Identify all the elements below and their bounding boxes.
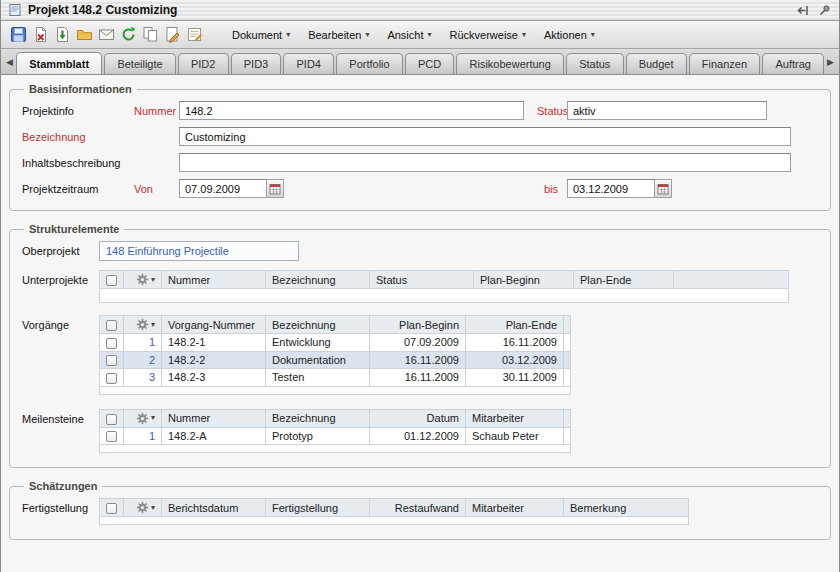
von-date-field[interactable] bbox=[179, 179, 267, 198]
menu-label: Aktionen bbox=[544, 29, 587, 41]
cell-plan-ende: 16.11.2009 bbox=[466, 334, 564, 352]
chevron-down-icon: ▾ bbox=[151, 276, 155, 284]
table-row: 2 148.2-2 Dokumentation 16.11.2009 03.12… bbox=[100, 351, 571, 369]
empty-row bbox=[100, 289, 789, 303]
gear-icon bbox=[136, 412, 149, 425]
oberprojekt-link[interactable]: 148 Einführung Projectile bbox=[99, 241, 299, 261]
unterprojekte-label: Unterprojekte bbox=[20, 270, 99, 286]
gear-icon bbox=[136, 273, 149, 286]
import-button[interactable] bbox=[51, 24, 73, 46]
tab-pcd[interactable]: PCD bbox=[405, 53, 455, 74]
dock-icon bbox=[796, 4, 809, 17]
mail-button[interactable] bbox=[95, 24, 117, 46]
window-icon bbox=[8, 3, 22, 17]
gear-menu-button[interactable]: ▾ bbox=[136, 318, 155, 331]
empty-row bbox=[100, 445, 571, 453]
gear-menu-button[interactable]: ▾ bbox=[136, 412, 155, 425]
bis-date-field[interactable] bbox=[567, 179, 655, 198]
strukturelemente-section: Strukturelemente Oberprojekt 148 Einführ… bbox=[9, 223, 831, 468]
schaetzungen-section: Schätzungen Fertigstellung ▾ Berichtsdat… bbox=[9, 480, 831, 540]
delete-button[interactable] bbox=[29, 24, 51, 46]
gear-icon bbox=[136, 318, 149, 331]
folder-button[interactable] bbox=[73, 24, 95, 46]
dock-window-button[interactable] bbox=[795, 3, 810, 18]
select-all-checkbox[interactable] bbox=[106, 414, 117, 425]
column-header: Plan-Ende bbox=[574, 271, 674, 289]
cell-nummer: 148.2-3 bbox=[162, 369, 266, 387]
von-calendar-button[interactable] bbox=[267, 179, 284, 198]
row-index-link[interactable]: 1 bbox=[149, 430, 155, 442]
row-checkbox[interactable] bbox=[106, 373, 117, 384]
window-title: Projekt 148.2 Customizing bbox=[28, 3, 177, 17]
select-all-checkbox[interactable] bbox=[106, 275, 117, 286]
tab-budget[interactable]: Budget bbox=[626, 53, 687, 74]
column-header: Mitarbeiter bbox=[466, 409, 564, 427]
tab-pid2[interactable]: PID2 bbox=[178, 53, 229, 74]
tab-stammblatt[interactable]: Stammblatt bbox=[16, 52, 102, 74]
tab-auftrag[interactable]: Auftrag bbox=[762, 53, 824, 74]
gear-menu-button[interactable]: ▾ bbox=[136, 501, 155, 514]
tab-beteiligte[interactable]: Beteiligte bbox=[104, 53, 176, 74]
pin-window-button[interactable] bbox=[817, 3, 832, 18]
menu-ansicht[interactable]: Ansicht▾ bbox=[378, 26, 440, 44]
tab-pid3[interactable]: PID3 bbox=[231, 53, 282, 74]
row-checkbox[interactable] bbox=[106, 355, 117, 366]
inhaltsbeschreibung-field[interactable] bbox=[179, 153, 791, 172]
nummer-field[interactable] bbox=[179, 101, 524, 120]
tab-pid4[interactable]: PID4 bbox=[283, 53, 334, 74]
chevron-down-icon: ▾ bbox=[151, 504, 155, 512]
main-content: Basisinformationen Projektinfo Nummer St… bbox=[1, 75, 839, 572]
cell-plan-beginn: 16.11.2009 bbox=[370, 351, 466, 369]
tab-risikobewertung[interactable]: Risikobewertung bbox=[456, 53, 564, 74]
tab-scroll-left-button[interactable]: ◀ bbox=[3, 52, 16, 72]
cell-datum: 01.12.2009 bbox=[370, 427, 466, 445]
edit-button[interactable] bbox=[161, 24, 183, 46]
fertigstellung-table: ▾ Berichtsdatum Fertigstellung Restaufwa… bbox=[99, 498, 689, 525]
table-header-row: ▾ Vorgang-Nummer Bezeichnung Plan-Beginn… bbox=[100, 316, 571, 334]
row-index-link[interactable]: 3 bbox=[149, 371, 155, 383]
meilensteine-label: Meilensteine bbox=[20, 409, 99, 425]
menu-rueckverweise[interactable]: Rückverweise▾ bbox=[440, 26, 534, 44]
note-button[interactable] bbox=[183, 24, 205, 46]
gear-icon bbox=[136, 501, 149, 514]
pin-icon bbox=[818, 4, 831, 17]
vorgaenge-table: ▾ Vorgang-Nummer Bezeichnung Plan-Beginn… bbox=[99, 315, 571, 395]
tab-portfolio[interactable]: Portfolio bbox=[336, 53, 403, 74]
inhaltsbeschreibung-label: Inhaltsbeschreibung bbox=[20, 157, 179, 169]
von-label: Von bbox=[134, 183, 179, 195]
status-field[interactable] bbox=[567, 101, 767, 120]
row-index-link[interactable]: 1 bbox=[149, 336, 155, 348]
cell-plan-ende: 03.12.2009 bbox=[466, 351, 564, 369]
bis-calendar-button[interactable] bbox=[655, 179, 672, 198]
table-row: 3 148.2-3 Testen 16.11.2009 30.11.2009 bbox=[100, 369, 571, 387]
row-index-link[interactable]: 2 bbox=[149, 354, 155, 366]
column-header: Fertigstellung bbox=[266, 499, 370, 517]
cell-bezeichnung: Testen bbox=[266, 369, 370, 387]
row-checkbox[interactable] bbox=[106, 338, 117, 349]
menu-dokument[interactable]: Dokument▾ bbox=[223, 26, 299, 44]
calendar-icon bbox=[657, 183, 669, 195]
gear-menu-button[interactable]: ▾ bbox=[136, 273, 155, 286]
column-header: Datum bbox=[370, 409, 466, 427]
tab-scroll-right-button[interactable]: ▶ bbox=[824, 52, 837, 72]
calendar-icon bbox=[269, 183, 281, 195]
refresh-button[interactable] bbox=[117, 24, 139, 46]
empty-column-header bbox=[674, 271, 789, 289]
select-all-checkbox[interactable] bbox=[106, 503, 117, 514]
column-header: Berichtsdatum bbox=[162, 499, 266, 517]
tab-finanzen[interactable]: Finanzen bbox=[689, 53, 761, 74]
column-header: Vorgang-Nummer bbox=[162, 316, 266, 334]
menu-aktionen[interactable]: Aktionen▾ bbox=[535, 26, 604, 44]
column-header: Nummer bbox=[162, 271, 266, 289]
menu-label: Bearbeiten bbox=[308, 29, 361, 41]
bezeichnung-field[interactable] bbox=[179, 127, 791, 146]
select-all-checkbox[interactable] bbox=[106, 320, 117, 331]
column-header: Bemerkung bbox=[564, 499, 689, 517]
save-button[interactable] bbox=[7, 24, 29, 46]
copy-button[interactable] bbox=[139, 24, 161, 46]
menu-bearbeiten[interactable]: Bearbeiten▾ bbox=[299, 26, 378, 44]
row-checkbox[interactable] bbox=[106, 431, 117, 442]
table-row: 1 148.2-A Prototyp 01.12.2009 Schaub Pet… bbox=[100, 427, 571, 445]
tab-status[interactable]: Status bbox=[566, 53, 624, 74]
column-header: Bezeichnung bbox=[266, 271, 370, 289]
